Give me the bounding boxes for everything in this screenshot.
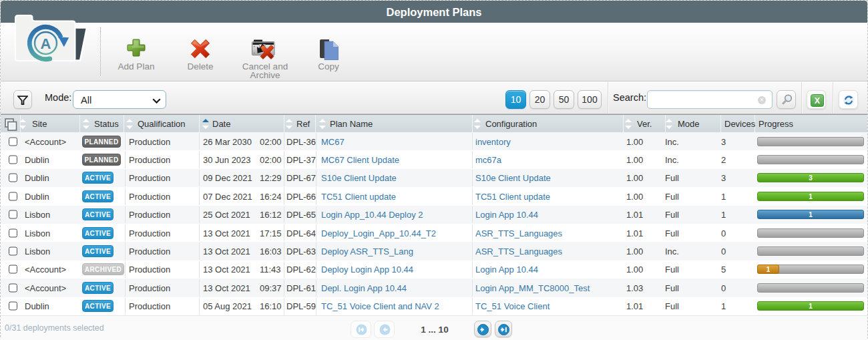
svg-text:A: A bbox=[41, 35, 51, 52]
svg-text:X: X bbox=[815, 96, 821, 106]
